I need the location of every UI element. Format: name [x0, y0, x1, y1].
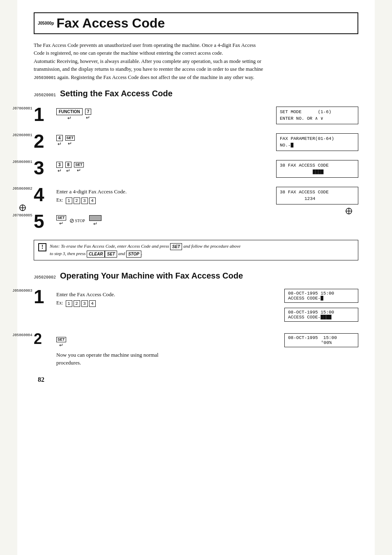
section2-code: J05020002: [34, 275, 56, 280]
step3-row: J05060001 3 3 ↵ 8 ↵ SET ↵ 38 FAX ACCESS …: [34, 160, 358, 178]
crosshair-icon: [19, 204, 26, 213]
s2-step2-id: J05060004: [12, 333, 32, 337]
s2-step1-id: J05060003: [12, 289, 32, 293]
key-set-s2: SET ↵: [56, 337, 66, 348]
s2-step1-ex: Ex: 1 2 3 4: [56, 300, 284, 307]
s2-display2: 08-OCT-1995 15:00ACCESS CODE-████: [284, 308, 358, 322]
step4-id: J05060002: [12, 187, 32, 191]
note-icon: !: [38, 243, 46, 251]
note-text: Note: To erase the Fax Access Code, ente…: [50, 243, 240, 258]
s2-step2-content: SET ↵ Now you can operate the machine us…: [56, 333, 284, 367]
key-stop-5: ↵: [89, 215, 101, 226]
step1-lcd: SET MODE (1-6)ENTER NO. OR ∧ ∨: [276, 107, 358, 124]
function-key: FUNCTION ↵: [56, 108, 83, 121]
intro-text: The Fax Access Code prevents an unauthor…: [34, 42, 358, 81]
s2-step1-number: 1: [34, 287, 56, 306]
step2-id: J02060001: [12, 133, 32, 137]
step5-number: 5: [34, 212, 56, 231]
step1-number: 1: [34, 105, 56, 124]
step2-lcd: FAX PARAMETER(01-64)NO.-█: [276, 133, 358, 151]
s2-step1-content: Enter the Fax Access Code. Ex: 1 2 3 4: [56, 289, 284, 307]
step4-content: Enter a 4-digit Fax Access Code. Ex: 1 2…: [56, 187, 276, 204]
section1-header: J05020001 Setting the Fax Access Code: [34, 87, 358, 104]
s2-step1-desc: Enter the Fax Access Code.: [56, 290, 284, 299]
step2-keys: 4 ↵ SET ↵: [56, 135, 75, 146]
s2-step2-lcd: 08-OCT-1995 15:00°00%: [284, 333, 358, 350]
step4-ex: Ex: 1 2 3 4: [56, 197, 276, 204]
step4-row: J05060002 4 Enter a 4-digit Fax Access C…: [34, 187, 358, 204]
key-7: 7 ↵: [85, 109, 92, 120]
step1-keys: FUNCTION ↵ 7 ↵: [56, 108, 91, 121]
page-title: Fax Access Code: [56, 16, 165, 31]
step5-content: SET ↵ ⊘ STOP ↵: [56, 214, 358, 226]
key-set-2: SET ↵: [65, 135, 75, 146]
s2-step2-desc: Now you can operate the machine using no…: [56, 351, 284, 367]
step3-content: 3 ↵ 8 ↵ SET ↵: [56, 160, 276, 173]
section2-heading: Operating Your Machine with Fax Access C…: [60, 271, 243, 281]
step5-row: J07060005 5 SET ↵ ⊘ STOP ↵: [34, 214, 358, 231]
step1-content: FUNCTION ↵ 7 ↵: [56, 107, 276, 121]
step2-content: 4 ↵ SET ↵: [56, 133, 276, 146]
key-8: 8 ↵: [65, 162, 72, 173]
note-block: ! Note: To erase the Fax Access Code, en…: [34, 240, 358, 260]
step3-keys: 3 ↵ 8 ↵ SET ↵: [56, 162, 84, 173]
step3-number: 3: [34, 158, 56, 177]
step3-id: J05060001: [12, 160, 32, 164]
intro-block: The Fax Access Code prevents an unauthor…: [34, 42, 358, 81]
key-4: 4 ↵: [56, 135, 63, 146]
section1-code: J05020001: [34, 93, 56, 98]
s2-display1: 08-OCT-1995 15:00ACCESS CODE-█: [284, 289, 358, 303]
step2-number: 2: [34, 132, 56, 151]
s2-step1-row: J05060003 1 Enter the Fax Access Code. E…: [34, 289, 358, 324]
key-3: 3 ↵: [56, 162, 63, 173]
page-number: 82: [34, 376, 358, 383]
step4-number: 4: [34, 185, 56, 204]
page-header: J05000p Fax Access Code: [34, 12, 358, 34]
s2-step2-row: J05060004 2 SET ↵ Now you can operate th…: [34, 333, 358, 367]
key-set-3: SET ↵: [74, 162, 84, 173]
stop-button: ⊘ STOP: [69, 217, 85, 224]
step3-lcd: 38 FAX ACCESS CODE████: [276, 160, 358, 178]
step1-id: J07060001: [12, 107, 32, 111]
step1-row: J07060001 1 FUNCTION ↵ 7 ↵ SET MODE (1-6…: [34, 107, 358, 124]
key-set-5: SET ↵: [56, 215, 66, 226]
page-code: J05000p: [38, 21, 54, 26]
step5-id: J07060005: [12, 214, 32, 218]
step2-row: J02060001 2 4 ↵ SET ↵ FAX PARAMETER(01-6…: [34, 133, 358, 151]
intro-code: J05030001: [34, 76, 56, 80]
s2-display3: 08-OCT-1995 15:00°00%: [284, 333, 358, 347]
section1-heading: Setting the Fax Access Code: [60, 89, 173, 98]
s2-step2-number: 2: [34, 332, 56, 346]
step4-lcd: 38 FAX ACCESS CODE1234: [276, 187, 358, 204]
section2-header: J05020002 Operating Your Machine with Fa…: [34, 268, 358, 286]
s2-step1-displays: 08-OCT-1995 15:00ACCESS CODE-█ 08-OCT-19…: [284, 289, 358, 324]
step4-desc: Enter a 4-digit Fax Access Code.: [56, 188, 276, 196]
